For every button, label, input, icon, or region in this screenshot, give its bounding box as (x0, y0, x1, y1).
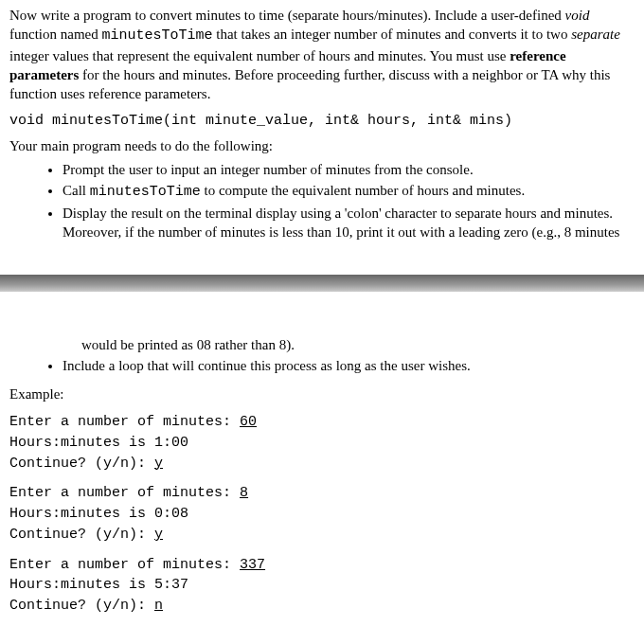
main-intro: Your main program needs to do the follow… (9, 136, 635, 155)
text: to compute the equivalent number of hour… (201, 183, 525, 198)
prompt: Continue? (y/n): (9, 527, 154, 543)
text: that takes an integer number of minutes … (213, 27, 572, 42)
requirements-list-cont: Include a loop that will continue this p… (63, 356, 635, 375)
function-signature: void minutesToTime(int minute_value, int… (9, 113, 635, 129)
user-input: y (154, 527, 163, 543)
user-input: y (154, 456, 163, 472)
example-run-2: Enter a number of minutes: 8 Hours:minut… (9, 483, 635, 545)
user-input: 8 (240, 485, 248, 501)
text: for the hours and minutes. Before procee… (9, 67, 610, 101)
list-item: Include a loop that will continue this p… (63, 356, 635, 375)
user-input: 337 (240, 557, 265, 573)
text: Now write a program to convert minutes t… (9, 8, 565, 23)
top-page: Now write a program to convert minutes t… (0, 0, 644, 256)
text: Call (63, 183, 90, 198)
fn-name: minutesToTime (90, 184, 201, 200)
user-input: 60 (240, 414, 257, 430)
example-run-1: Enter a number of minutes: 60 Hours:minu… (9, 412, 635, 474)
page-divider (0, 275, 644, 292)
example-run-3: Enter a number of minutes: 337 Hours:min… (9, 555, 635, 617)
list-item: Call minutesToTime to compute the equiva… (63, 181, 635, 202)
output: Hours:minutes is 1:00 (9, 435, 188, 451)
output: Hours:minutes is 0:08 (9, 506, 188, 522)
separate-word: separate (571, 27, 620, 42)
text: integer values that represent the equiva… (9, 48, 510, 63)
void-keyword: void (565, 8, 590, 23)
requirements-list: Prompt the user to input an integer numb… (63, 160, 635, 242)
list-item: Prompt the user to input an integer numb… (63, 160, 635, 179)
fn-name: minutesToTime (101, 27, 212, 44)
continued-text: would be printed as 08 rather than 8). (81, 335, 635, 354)
prompt: Enter a number of minutes: (9, 557, 240, 573)
intro-paragraph: Now write a program to convert minutes t… (9, 6, 635, 103)
prompt: Continue? (y/n): (9, 598, 154, 614)
prompt: Enter a number of minutes: (9, 485, 240, 501)
text: function named (9, 27, 101, 42)
list-item: Display the result on the terminal displ… (63, 204, 635, 242)
bottom-page: would be printed as 08 rather than 8). I… (0, 330, 644, 635)
output: Hours:minutes is 5:37 (9, 577, 188, 593)
prompt: Enter a number of minutes: (9, 414, 240, 430)
user-input: n (154, 598, 163, 614)
prompt: Continue? (y/n): (9, 456, 154, 472)
example-label: Example: (9, 386, 635, 402)
